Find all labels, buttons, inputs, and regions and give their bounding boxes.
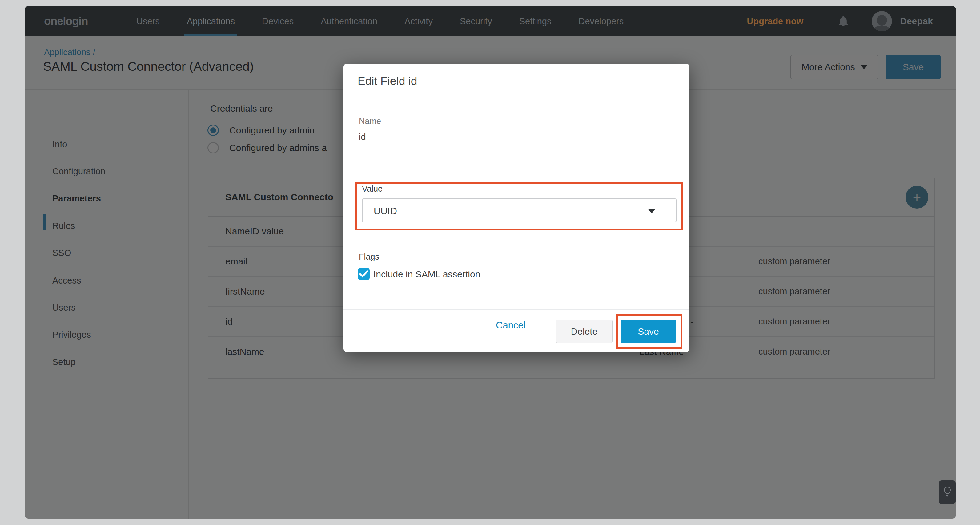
- name-label: Name: [359, 117, 381, 126]
- checkmark-icon: [360, 270, 368, 278]
- modal-title: Edit Field id: [358, 75, 417, 88]
- nav-item-developers[interactable]: Developers: [576, 6, 626, 36]
- nav-item-security[interactable]: Security: [457, 6, 495, 36]
- nav-item-devices[interactable]: Devices: [259, 6, 296, 36]
- annotation-box-save: [616, 314, 682, 349]
- nav-item-users[interactable]: Users: [134, 6, 162, 36]
- nav-item-applications[interactable]: Applications: [185, 6, 237, 36]
- checkbox-label: Include in SAML assertion: [373, 269, 480, 279]
- nav-items: Users Applications Devices Authenticatio…: [134, 6, 626, 36]
- include-in-saml-assertion-checkbox[interactable]: [358, 268, 370, 280]
- avatar-head: [877, 15, 887, 25]
- app-window: Applications / SAML Custom Connector (Ad…: [25, 6, 956, 519]
- top-navbar: onelogin Users Applications Devices Auth…: [25, 6, 956, 36]
- avatar[interactable]: [872, 11, 892, 32]
- avatar-shoulders: [873, 25, 891, 32]
- navbar-right: Upgrade now Deepak: [747, 6, 956, 36]
- user-name: Deepak: [900, 16, 933, 27]
- lightbulb-icon: [943, 486, 952, 498]
- name-value: id: [359, 132, 366, 142]
- delete-button[interactable]: Delete: [555, 320, 613, 343]
- nav-item-authentication[interactable]: Authentication: [318, 6, 380, 36]
- bell-icon[interactable]: [837, 14, 850, 28]
- cancel-button[interactable]: Cancel: [494, 320, 528, 331]
- flags-label: Flags: [359, 252, 379, 262]
- upgrade-now-link[interactable]: Upgrade now: [747, 16, 803, 27]
- hint-lightbulb-button[interactable]: [939, 481, 956, 504]
- annotation-box-value: [355, 182, 683, 230]
- nav-item-settings[interactable]: Settings: [517, 6, 554, 36]
- onelogin-logo[interactable]: onelogin: [44, 6, 88, 36]
- modal-footer-divider: [344, 309, 689, 310]
- nav-item-activity[interactable]: Activity: [402, 6, 435, 36]
- modal-header-divider: [344, 101, 689, 102]
